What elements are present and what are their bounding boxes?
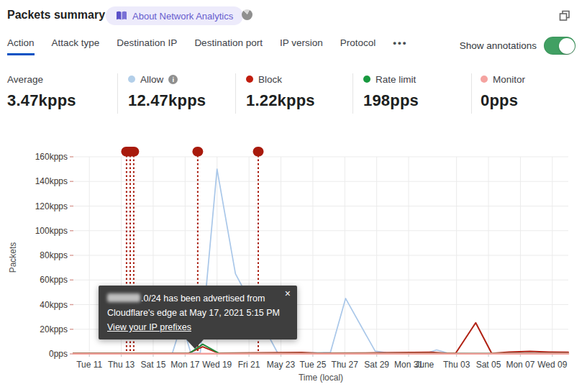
tab-action[interactable]: Action [7,37,35,57]
x-tick-label: Mon 17 [170,360,199,370]
show-annotations-toggle[interactable] [544,37,575,55]
stat-monitor-label: Monitor [493,74,525,85]
badge-label: About Network Analytics [132,11,233,22]
block-legend-dot [246,76,253,83]
x-tick-label: Tue 11 [76,360,102,370]
page-title: Packets summary [7,9,105,22]
annotation-marker[interactable] [121,147,139,157]
y-tick-label: 40kpps [40,300,68,310]
x-tick-label: May 23 [267,360,296,370]
stat-average: Average 3.47kpps [7,73,76,110]
stat-average-value: 3.47kpps [7,91,76,110]
stat-allow-label: Allow [140,74,163,85]
book-icon [116,11,127,21]
x-tick-label: Thu 13 [108,360,135,370]
y-axis-title: Packets [8,242,18,273]
tooltip-line-1: .0/24 has been advertised from [107,291,288,306]
about-network-analytics-badge[interactable]: About Network Analytics [106,6,243,25]
x-tick-label: Sat 29 [364,360,389,370]
info-icon[interactable]: i [168,75,178,84]
y-tick-label: 20kpps [40,324,68,334]
stat-divider [117,73,118,114]
tab-destination-port[interactable]: Destination port [194,37,263,57]
tabs-more-button[interactable]: ••• [393,37,407,57]
y-tick-label: 60kpps [40,275,68,285]
x-tick-label: June [415,360,434,370]
redacted-prefix [107,293,140,302]
annotation-marker[interactable] [253,147,264,157]
x-tick-label: Sat 05 [476,360,501,370]
toggle-knob [559,38,575,54]
monitor-legend-dot [481,76,488,83]
stat-allow-value: 12.47kpps [128,91,206,110]
tooltip-line-2: Cloudflare's edge at May 17, 2021 5:15 P… [107,306,288,320]
stat-block-value: 1.22kpps [246,91,315,110]
tab-ip-version[interactable]: IP version [280,37,323,57]
stat-rate-limit: Rate limit 198pps [363,73,419,110]
annotation-tooltip: × .0/24 has been advertised from Cloudfl… [99,286,297,339]
y-tick-label: 0pps [49,349,68,359]
view-ip-prefixes-link[interactable]: View your IP prefixes [107,322,191,332]
x-tick-label: Wed 09 [537,360,567,370]
packets-timeseries-chart: 0pps20kpps40kpps60kpps80kpps100kpps120kp… [0,137,587,392]
x-tick-label: Sat 15 [141,360,166,370]
usage-donut-icon[interactable] [242,9,252,20]
y-tick-label: 80kpps [40,250,68,260]
network-analytics-panel: Packets summary About Network Analytics … [0,0,587,392]
tab-protocol[interactable]: Protocol [340,37,376,57]
y-tick-label: 140kpps [35,176,68,186]
tab-attack-type[interactable]: Attack type [52,37,100,57]
allow-legend-dot [128,76,135,83]
x-tick-label: Fri 21 [238,360,260,370]
x-tick-label: Tue 25 [299,360,326,370]
stat-divider [235,73,236,114]
stat-rate-limit-value: 198pps [363,91,419,110]
x-axis-title: Time (local) [299,373,343,383]
dimension-tabs: Action Attack type Destination IP Destin… [7,37,407,57]
x-tick-label: Thu 27 [332,360,359,370]
stat-rate-limit-label: Rate limit [376,74,416,85]
stat-allow: Allow i 12.47kpps [128,73,206,110]
y-tick-label: 160kpps [35,152,68,162]
show-annotations-label: Show annotations [460,40,537,51]
y-tick-label: 120kpps [35,201,68,211]
x-tick-label: Wed 19 [202,360,232,370]
x-tick-label: Mon 07 [506,360,534,370]
stat-divider [471,73,472,114]
rate-limit-legend-dot [363,76,370,83]
x-tick-label: Thu 03 [443,360,470,370]
y-tick-label: 100kpps [35,226,68,236]
show-annotations-control: Show annotations [460,37,575,55]
stat-block-label: Block [258,74,282,85]
tab-destination-ip[interactable]: Destination IP [117,37,177,57]
stat-divider [352,73,353,114]
popout-icon[interactable] [558,9,571,22]
stat-average-label: Average [7,74,43,85]
close-icon[interactable]: × [285,288,291,298]
stat-monitor-value: 0pps [481,91,525,110]
stat-monitor: Monitor 0pps [481,73,525,110]
stat-block: Block 1.22kpps [246,73,315,110]
annotation-marker[interactable] [192,147,203,157]
